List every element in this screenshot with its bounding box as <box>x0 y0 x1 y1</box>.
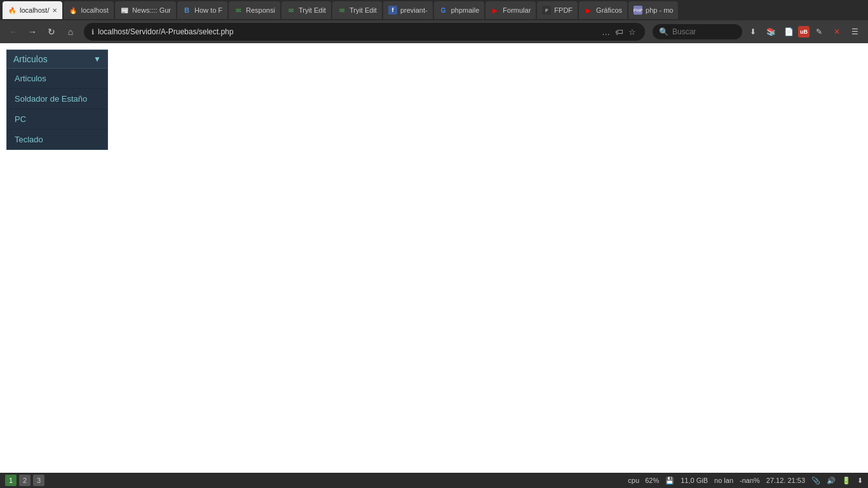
bookmark-icon[interactable]: ☆ <box>627 26 637 38</box>
select-label: Articulos <box>13 54 48 64</box>
tab-favicon-12: ▶ <box>584 6 593 15</box>
ram-icon: 💾 <box>665 477 674 485</box>
library-button[interactable]: 📚 <box>763 24 779 40</box>
dropdown-menu: Articulos Soldador de Estaño PC Teclado <box>6 69 108 150</box>
tab-favicon-9: G <box>439 6 448 15</box>
pocket-icon[interactable]: 🏷 <box>614 26 625 38</box>
tab-label-1: localhost/ <box>20 6 49 14</box>
dropdown-item-articulos[interactable]: Articulos <box>7 69 107 89</box>
browser-frame: 🔥 localhost/ ✕ 🔥 localhost 📰 News:::: Gu… <box>0 0 868 488</box>
tab-favicon-2: 🔥 <box>69 6 78 15</box>
tab-label-13: php - mo <box>646 6 673 14</box>
tab-4[interactable]: B How to F <box>177 1 227 19</box>
volume-icon: 🔊 <box>827 477 836 485</box>
tab-label-6: Tryit Edit <box>299 6 326 14</box>
back-button[interactable]: ← <box>5 24 22 40</box>
edit-button[interactable]: ✎ <box>811 24 827 40</box>
tab-13[interactable]: PHP php - mo <box>628 1 678 19</box>
tab-label-5: Responsi <box>246 6 275 14</box>
dropdown-item-teclado[interactable]: Teclado <box>7 130 107 149</box>
tab-3[interactable]: 📰 News:::: Gur <box>115 1 176 19</box>
tab-7[interactable]: ✉ Tryit Edit <box>332 1 382 19</box>
tab-10[interactable]: ▶ Formular <box>485 1 536 19</box>
close-extension-button[interactable]: ✕ <box>829 24 845 40</box>
select-dropdown[interactable]: Articulos ▼ <box>6 50 108 69</box>
network-status: no lan <box>714 477 733 484</box>
cpu-label: cpu <box>628 477 639 484</box>
tab-close-1[interactable]: ✕ <box>52 7 57 14</box>
tab-label-10: Formular <box>503 6 531 14</box>
tab-favicon-4: B <box>182 6 191 15</box>
dropdown-item-pc[interactable]: PC <box>7 109 107 130</box>
status-bar: 1 2 3 cpu 62% 💾 11,0 GiB no lan -nan% 27… <box>0 473 868 488</box>
reader-button[interactable]: 📄 <box>780 24 797 40</box>
battery-icon: 🔋 <box>842 477 851 485</box>
home-button[interactable]: ⌂ <box>62 24 79 40</box>
workspace-switcher: 1 2 3 <box>5 475 44 486</box>
tab-label-4: How to F <box>194 6 222 14</box>
download-button[interactable]: ⬇ <box>745 24 761 40</box>
status-right: cpu 62% 💾 11,0 GiB no lan -nan% 27.12. 2… <box>628 477 863 485</box>
arrow-down-icon: ⬇ <box>857 477 863 485</box>
search-input[interactable] <box>672 27 736 36</box>
tab-favicon-5: ✉ <box>234 6 243 15</box>
search-bar[interactable]: 🔍 <box>653 24 742 39</box>
tab-12[interactable]: ▶ Gráficos <box>579 1 627 19</box>
address-bar[interactable]: ℹ localhost/Servidor/A-Pruebas/select.ph… <box>84 23 645 41</box>
ram-status: 11,0 GiB <box>681 477 708 484</box>
toolbar-right: ⬇ 📚 📄 uB ✎ ✕ ☰ <box>745 24 863 40</box>
tab-label-12: Gráficos <box>596 6 622 14</box>
forward-button[interactable]: → <box>24 24 41 40</box>
tab-bar: 🔥 localhost/ ✕ 🔥 localhost 📰 News:::: Gu… <box>0 0 868 20</box>
cpu-status: cpu 62% <box>628 477 659 484</box>
cpu-value: 62% <box>645 477 659 484</box>
chevron-down-icon: ▼ <box>93 55 101 64</box>
paperclip-icon: 📎 <box>811 477 820 485</box>
tab-favicon-1: 🔥 <box>8 6 17 15</box>
search-icon: 🔍 <box>659 27 668 36</box>
dropdown-item-soldador[interactable]: Soldador de Estaño <box>7 89 107 109</box>
datetime-status: 27.12. 21:53 <box>766 477 805 484</box>
tab-9[interactable]: G phpmaile <box>434 1 485 19</box>
tab-favicon-8: f <box>388 6 397 15</box>
address-more-icon[interactable]: … <box>600 26 611 38</box>
tab-label-8: previant- <box>400 6 428 14</box>
ublock-button[interactable]: uB <box>798 26 810 37</box>
tab-label-2: localhost <box>81 6 108 14</box>
tab-favicon-6: ✉ <box>287 6 295 15</box>
tab-2[interactable]: 🔥 localhost <box>64 1 113 19</box>
tab-label-9: phpmaile <box>451 6 480 14</box>
tab-6[interactable]: ✉ Tryit Edit <box>281 1 331 19</box>
workspace-2[interactable]: 2 <box>19 475 31 486</box>
tab-5[interactable]: ✉ Responsi <box>229 1 280 19</box>
reload-button[interactable]: ↻ <box>43 24 60 40</box>
tab-label-7: Tryit Edit <box>349 6 377 14</box>
tab-favicon-10: ▶ <box>491 6 499 15</box>
address-text: localhost/Servidor/A-Pruebas/select.php <box>98 27 597 36</box>
select-container: Articulos ▼ Articulos Soldador de Estaño… <box>6 50 108 150</box>
tab-favicon-7: ✉ <box>337 6 346 15</box>
page-content: Articulos ▼ Articulos Soldador de Estaño… <box>0 43 868 473</box>
tab-favicon-13: PHP <box>634 6 642 15</box>
workspace-3[interactable]: 3 <box>33 475 44 486</box>
tab-label-3: News:::: Gur <box>132 6 171 14</box>
tab-favicon-11: F <box>542 6 551 15</box>
toolbar: ← → ↻ ⌂ ℹ localhost/Servidor/A-Pruebas/s… <box>0 20 868 43</box>
tab-favicon-3: 📰 <box>120 6 129 15</box>
lock-icon: ℹ <box>92 28 94 36</box>
unknown-status: -nan% <box>740 477 760 484</box>
tab-localhost-active[interactable]: 🔥 localhost/ ✕ <box>3 1 62 19</box>
address-actions: … 🏷 ☆ <box>600 26 637 38</box>
workspace-1[interactable]: 1 <box>5 475 17 486</box>
tab-label-11: FPDF <box>554 6 573 14</box>
menu-button[interactable]: ☰ <box>846 24 863 40</box>
tab-8[interactable]: f previant- <box>383 1 433 19</box>
tab-11[interactable]: F FPDF <box>537 1 578 19</box>
